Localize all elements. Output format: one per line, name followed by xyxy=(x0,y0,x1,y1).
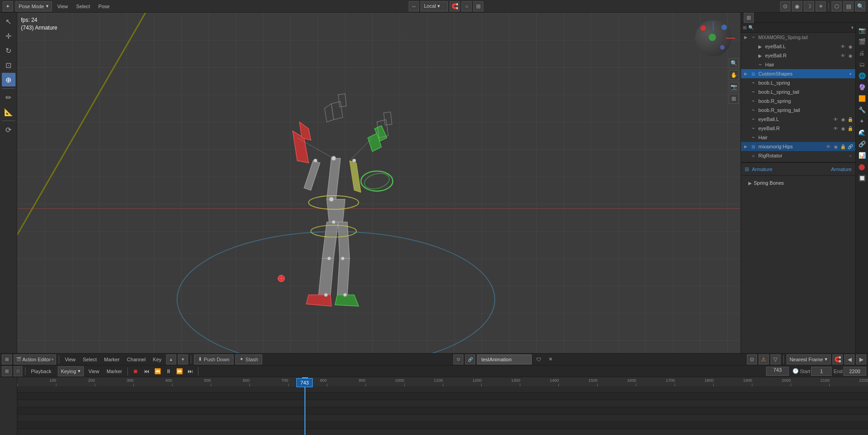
armature-section-header[interactable]: ⊞ Armature Armature xyxy=(741,163,855,176)
step-forward-button[interactable]: ⏩ xyxy=(174,366,184,376)
modifier-icon[interactable]: 🔧 xyxy=(857,104,868,115)
tree-filter[interactable]: ▾ xyxy=(851,25,853,30)
ae-extra1[interactable]: ▲ xyxy=(166,354,176,364)
ae-select-menu[interactable]: Select xyxy=(80,356,100,363)
tree-item-boob-l-spring-tail[interactable]: ~ boob.L_spring_tail xyxy=(741,87,855,96)
timeline-ruler[interactable]: 0 100 200 300 400 500 600 700 800 900 xyxy=(17,377,868,435)
viewport-shading1[interactable]: ⊙ xyxy=(780,1,790,11)
end-frame-val[interactable]: 2200 xyxy=(843,367,866,376)
ae-type-selector[interactable]: 🎬 Action Editor ▾ xyxy=(14,354,56,364)
scale-tool[interactable]: ⊡ xyxy=(2,58,15,72)
ae-nav-left[interactable]: ◀ xyxy=(844,354,854,364)
pb-type-selector[interactable]: ⏱ xyxy=(14,366,22,376)
pb-playback-menu[interactable]: Playback xyxy=(28,368,54,375)
tree-item-hair2[interactable]: ~ Hair xyxy=(741,133,855,142)
tree-item-boob-r-spring-tail[interactable]: ~ boob.R_spring_tail xyxy=(741,106,855,115)
start-frame-val[interactable]: 1 xyxy=(811,367,832,376)
render-icon[interactable]: 🎬 xyxy=(857,36,868,47)
viewport-shading3[interactable]: ☽ xyxy=(804,1,814,11)
tree-item-boob-r-spring[interactable]: ~ boob.R_spring xyxy=(741,96,855,106)
ae-nav-right[interactable]: ▶ xyxy=(856,354,866,364)
scene-icon[interactable]: 📷 xyxy=(857,25,868,35)
pan-icon[interactable]: ✋ xyxy=(729,70,739,80)
tree-item-eyeball-r[interactable]: ▶ eyeBall.R 👁 ◉ xyxy=(741,51,855,60)
viewport[interactable]: fps: 24 (743) Armature 🔍 ✋ 📷 ⊞ xyxy=(17,13,741,353)
mode-selector[interactable]: Pose Mode ▾ xyxy=(15,1,52,11)
action-fake-user[interactable]: 🛡 xyxy=(533,354,543,364)
panel-menu-icon[interactable]: ⊞ xyxy=(744,13,754,23)
annotate-tool[interactable]: ✏ xyxy=(2,91,15,104)
pivot-selector[interactable]: Local ▾ xyxy=(421,1,448,11)
view-layer-icon[interactable]: 🗂 xyxy=(857,59,868,70)
blender-menu-icon[interactable]: ✦ xyxy=(3,1,13,11)
relax-tool[interactable]: ⟳ xyxy=(2,123,15,137)
ae-marker-menu[interactable]: Marker xyxy=(102,356,122,363)
transform-icon[interactable]: ↔ xyxy=(409,1,419,11)
ae-channel-menu[interactable]: Channel xyxy=(124,356,148,363)
record-button[interactable]: ⏺ xyxy=(131,366,141,376)
tree-item-mixamorig-spring[interactable]: ▶ ~ MIXAMORIG_Spring.tail xyxy=(741,33,855,42)
pause-button[interactable]: ⏸ xyxy=(163,366,173,376)
tree-item-customshapes[interactable]: ▶ ⊞ CustomShapes ▾ xyxy=(741,69,855,78)
snap-selector[interactable]: Nearest Frame ▾ xyxy=(787,354,831,364)
physics-icon[interactable]: 🌊 xyxy=(857,127,868,138)
particles-icon[interactable]: ✦ xyxy=(857,116,868,126)
pose-menu[interactable]: Pose xyxy=(96,3,112,10)
editor-type[interactable]: ⬡ xyxy=(832,1,842,11)
ae-extra2[interactable]: ▼ xyxy=(178,354,188,364)
tree-item-eyeball-r2[interactable]: ~ eyeBall.R 👁 ◉ 🔒 xyxy=(741,124,855,133)
ae-menu-icon[interactable]: ⊞ xyxy=(2,354,12,364)
pb-menu-icon[interactable]: ⊞ xyxy=(2,366,12,376)
action-name-box[interactable]: testAnimation xyxy=(477,354,532,364)
texture-icon[interactable]: 🔲 xyxy=(857,172,868,183)
snap-icon[interactable]: 🧲 xyxy=(450,1,460,11)
scene-props-icon[interactable]: 🌐 xyxy=(857,70,868,81)
world-icon[interactable]: 🔮 xyxy=(857,81,868,92)
camera-icon[interactable]: 📷 xyxy=(729,82,739,92)
ae-settings-icon[interactable]: ⊙ xyxy=(747,354,757,364)
pb-keying-selector[interactable]: Keying ▾ xyxy=(58,366,84,376)
nav-gizmo[interactable] xyxy=(695,20,731,56)
measure-tool[interactable]: 📐 xyxy=(2,105,15,119)
grid-icon[interactable]: ⊞ xyxy=(473,1,483,11)
material-icon[interactable]: ⬤ xyxy=(857,161,868,172)
transform-tool[interactable]: ⊕ xyxy=(2,73,15,86)
object-icon[interactable]: 🟧 xyxy=(857,93,868,104)
ae-slot-icon[interactable]: ⊙ xyxy=(453,354,463,364)
ortho-icon[interactable]: ⊞ xyxy=(729,94,739,104)
tree-item-eyeball-l2[interactable]: ~ eyeBall.L 👁 ◉ 🔒 xyxy=(741,115,855,124)
zoom-in-icon[interactable]: 🔍 xyxy=(729,58,739,68)
ae-warn-icon[interactable]: ⚠ xyxy=(759,354,769,364)
stash-button[interactable]: ✦ Stash xyxy=(235,354,262,364)
move-tool[interactable]: ✛ xyxy=(2,29,15,43)
tree-item-mixamorig-hips[interactable]: ▶ ⊞ mixamorig:Hips 👁 ◉ 🔒 🔗 xyxy=(741,142,855,151)
ae-key-menu[interactable]: Key xyxy=(150,356,164,363)
ae-filter-icon[interactable]: ▽ xyxy=(771,354,781,364)
pb-marker-menu[interactable]: Marker xyxy=(104,368,125,375)
step-back-button[interactable]: ⏪ xyxy=(152,366,162,376)
viewport-shading2[interactable]: ◉ xyxy=(792,1,802,11)
constraints-icon[interactable]: 🔗 xyxy=(857,138,868,149)
cursor-tool[interactable]: ↖ xyxy=(2,15,15,28)
ae-view-menu[interactable]: View xyxy=(62,356,78,363)
tree-item-hair-top[interactable]: ~ Hair xyxy=(741,60,855,69)
tree-item-eyeball-l[interactable]: ▶ eyeBall.L 👁 ◉ xyxy=(741,42,855,51)
push-down-button[interactable]: ⬇ Push Down xyxy=(194,354,233,364)
action-unlink[interactable]: ✕ xyxy=(545,354,555,364)
viewport-shading4[interactable]: ☀ xyxy=(816,1,826,11)
spring-bones-header[interactable]: ▶ Spring Bones xyxy=(748,177,852,188)
ae-snap-magnet[interactable]: 🧲 xyxy=(832,354,843,364)
header-toggle[interactable]: ▤ xyxy=(843,1,853,11)
jump-start-button[interactable]: ⏮ xyxy=(142,366,152,376)
data-icon[interactable]: 📊 xyxy=(857,150,868,161)
output-icon[interactable]: 🖨 xyxy=(857,47,868,58)
rotate-tool[interactable]: ↻ xyxy=(2,44,15,57)
select-menu[interactable]: Select xyxy=(73,3,93,10)
pb-view-menu[interactable]: View xyxy=(86,368,102,375)
tree-item-rigrotator[interactable]: ○ RigRotator ○ xyxy=(741,151,855,160)
ae-link-icon[interactable]: 🔗 xyxy=(465,354,475,364)
view-menu[interactable]: View xyxy=(55,3,71,10)
tree-search[interactable]: 🔍 xyxy=(748,25,849,30)
gizmo-sphere[interactable] xyxy=(695,20,731,56)
jump-end-button[interactable]: ⏭ xyxy=(185,366,195,376)
